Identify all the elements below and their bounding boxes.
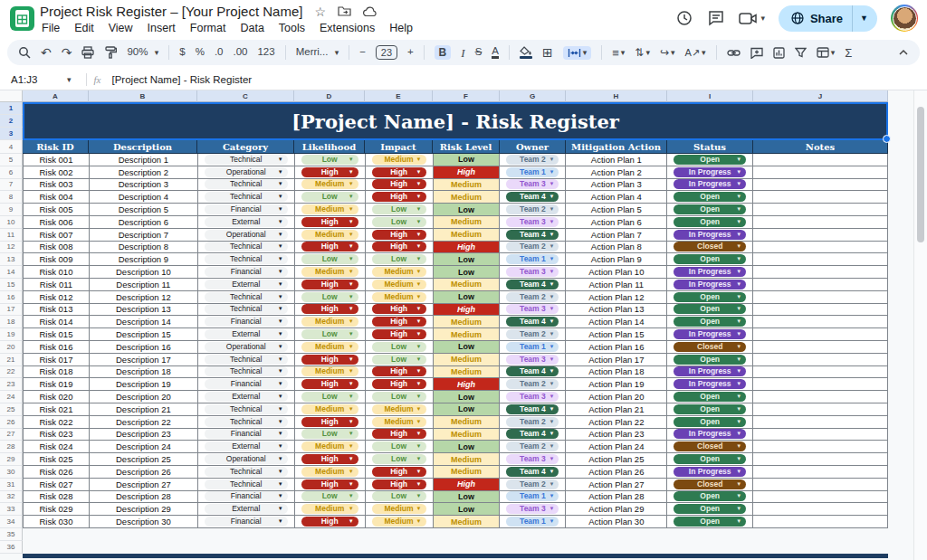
owner-pill[interactable]: Team 4▼	[506, 429, 559, 439]
cell-risk-level[interactable]: High	[434, 166, 501, 179]
category-pill[interactable]: Technical▼	[205, 417, 288, 427]
owner-dropdown[interactable]: Team 2▼	[500, 441, 566, 453]
owner-dropdown[interactable]: Team 1▼	[500, 491, 566, 504]
likelihood-dropdown[interactable]: Low▼	[295, 191, 366, 204]
likelihood-pill[interactable]: Medium▼	[301, 404, 358, 414]
status-pill[interactable]: Open▼	[674, 292, 746, 302]
cell-description[interactable]: Description 23	[90, 429, 198, 441]
category-pill[interactable]: Financial▼	[205, 317, 288, 327]
category-dropdown[interactable]: Financial▼	[198, 316, 295, 328]
cell-risk-level[interactable]: Medium	[434, 466, 501, 479]
cell-mitigation-action[interactable]: Action Plan 10	[566, 266, 667, 279]
cell-risk-level[interactable]: Medium	[434, 429, 501, 441]
owner-dropdown[interactable]: Team 2▼	[500, 154, 566, 166]
avatar[interactable]	[891, 5, 918, 32]
likelihood-dropdown[interactable]: High▼	[295, 516, 366, 528]
impact-dropdown[interactable]: Medium▼	[366, 279, 434, 291]
status-pill[interactable]: Open▼	[674, 454, 746, 464]
cell-risk-id[interactable]: Risk 015	[24, 328, 90, 341]
row-header-19[interactable]: 19	[0, 328, 23, 341]
owner-pill[interactable]: Team 2▼	[506, 329, 559, 339]
font-size-input[interactable]: 23	[376, 45, 397, 60]
likelihood-dropdown[interactable]: Medium▼	[295, 204, 366, 216]
cell-description[interactable]: Description 9	[90, 253, 198, 266]
impact-pill[interactable]: Medium▼	[372, 292, 426, 302]
cell-mitigation-action[interactable]: Action Plan 26	[566, 466, 667, 479]
row-header-18[interactable]: 18	[0, 316, 23, 328]
category-dropdown[interactable]: External▼	[198, 328, 295, 341]
cell-notes[interactable]	[753, 491, 888, 504]
status-dropdown[interactable]: Open▼	[667, 416, 753, 429]
cell-risk-id[interactable]: Risk 020	[24, 391, 90, 403]
impact-dropdown[interactable]: High▼	[366, 191, 434, 204]
status-dropdown[interactable]: In Progress▼	[667, 429, 753, 441]
likelihood-dropdown[interactable]: High▼	[295, 416, 366, 429]
status-dropdown[interactable]: In Progress▼	[667, 266, 753, 279]
impact-pill[interactable]: High▼	[372, 242, 426, 252]
row-header-34[interactable]: 34	[0, 516, 23, 528]
column-header-D[interactable]: D	[294, 90, 365, 102]
owner-dropdown[interactable]: Team 2▼	[500, 204, 566, 216]
category-dropdown[interactable]: Technical▼	[198, 354, 295, 366]
cell-risk-id[interactable]: Risk 003	[24, 179, 90, 192]
owner-pill[interactable]: Team 4▼	[506, 230, 559, 240]
table-header-owner[interactable]: Owner	[500, 140, 566, 154]
owner-pill[interactable]: Team 3▼	[506, 217, 559, 227]
status-pill[interactable]: Open▼	[674, 504, 746, 514]
status-pill[interactable]: In Progress▼	[674, 467, 746, 477]
status-dropdown[interactable]: In Progress▼	[667, 366, 753, 379]
category-pill[interactable]: External▼	[205, 329, 288, 339]
likelihood-dropdown[interactable]: Medium▼	[295, 441, 366, 453]
impact-pill[interactable]: Medium▼	[372, 504, 426, 514]
likelihood-pill[interactable]: High▼	[301, 242, 358, 252]
cell-description[interactable]: Description 24	[90, 441, 198, 453]
cell-notes[interactable]	[753, 179, 888, 192]
category-pill[interactable]: Financial▼	[205, 267, 288, 277]
cell-mitigation-action[interactable]: Action Plan 24	[566, 441, 667, 453]
category-dropdown[interactable]: External▼	[198, 279, 295, 291]
category-pill[interactable]: Technical▼	[205, 479, 288, 489]
cell-notes[interactable]	[753, 279, 888, 291]
cell-risk-id[interactable]: Risk 024	[24, 441, 90, 453]
cell-notes[interactable]	[753, 441, 888, 453]
cell-notes[interactable]	[753, 429, 888, 441]
cell-description[interactable]: Description 28	[90, 491, 198, 504]
name-box-dropdown[interactable]: ▾	[67, 75, 72, 84]
status-pill[interactable]: Open▼	[674, 155, 746, 165]
cell-risk-level[interactable]: Medium	[434, 279, 501, 291]
sheets-logo-icon[interactable]	[10, 6, 34, 31]
cell-risk-level[interactable]: Low	[434, 441, 501, 453]
undo-icon[interactable]: ↶	[41, 46, 52, 59]
likelihood-pill[interactable]: Medium▼	[301, 342, 358, 352]
cell-mitigation-action[interactable]: Action Plan 6	[566, 216, 667, 229]
status-dropdown[interactable]: Open▼	[667, 304, 753, 317]
owner-dropdown[interactable]: Team 4▼	[500, 316, 566, 328]
impact-dropdown[interactable]: High▼	[366, 328, 434, 341]
impact-pill[interactable]: Medium▼	[372, 267, 426, 277]
status-pill[interactable]: Closed▼	[674, 242, 746, 252]
category-pill[interactable]: Technical▼	[205, 366, 288, 376]
cell-notes[interactable]	[753, 354, 888, 366]
vertical-align-button[interactable]: ⇅▾	[635, 47, 650, 58]
cell-risk-level[interactable]: Medium	[434, 229, 501, 242]
decrease-font-size-button[interactable]: −	[359, 47, 366, 58]
cell-risk-level[interactable]: Low	[434, 403, 501, 416]
category-pill[interactable]: Technical▼	[205, 242, 288, 252]
scrollbar-thumb[interactable]	[917, 107, 924, 242]
owner-dropdown[interactable]: Team 4▼	[500, 429, 566, 441]
likelihood-pill[interactable]: Low▼	[301, 292, 358, 302]
cell-mitigation-action[interactable]: Action Plan 9	[566, 253, 667, 266]
cell-notes[interactable]	[753, 516, 888, 528]
cell-description[interactable]: Description 21	[90, 403, 198, 416]
likelihood-dropdown[interactable]: Medium▼	[295, 341, 366, 354]
search-icon[interactable]	[18, 46, 31, 59]
bold-button[interactable]: B	[435, 45, 452, 60]
owner-dropdown[interactable]: Team 2▼	[500, 291, 566, 304]
status-dropdown[interactable]: In Progress▼	[667, 166, 753, 179]
likelihood-dropdown[interactable]: Low▼	[295, 328, 366, 341]
cell-notes[interactable]	[753, 166, 888, 179]
cloud-status-icon[interactable]	[363, 6, 377, 17]
category-pill[interactable]: Technical▼	[205, 192, 288, 202]
owner-pill[interactable]: Team 3▼	[506, 504, 559, 514]
cell-notes[interactable]	[753, 416, 888, 429]
